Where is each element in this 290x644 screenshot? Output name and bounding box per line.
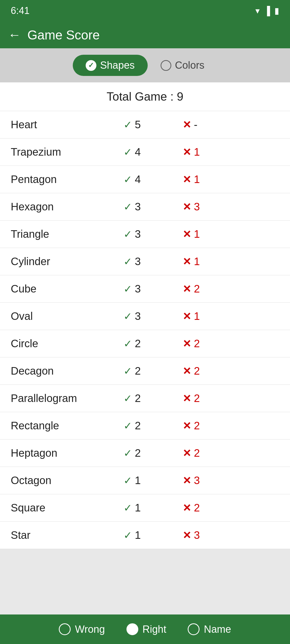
score-name: Heart <box>11 119 124 131</box>
cross-icon: ✕ <box>183 283 191 295</box>
score-wrong-count: ✕ 3 <box>183 474 279 486</box>
right-value: 1 <box>135 529 141 541</box>
score-name: Heptagon <box>11 447 124 459</box>
page-title: Game Score <box>27 28 100 42</box>
right-value: 2 <box>135 392 141 404</box>
bottom-legend-bar: Wrong Right Name <box>0 614 290 644</box>
wrong-value: 1 <box>194 173 200 185</box>
signal-icon: ▐ <box>264 6 270 16</box>
legend-name-icon <box>188 623 200 635</box>
score-name: Decagon <box>11 365 124 377</box>
table-row: Heart ✓ 5 ✕ - <box>0 111 290 138</box>
score-wrong-count: ✕ 1 <box>183 255 279 268</box>
right-value: 2 <box>135 365 141 377</box>
tab-shapes[interactable]: Shapes <box>73 55 148 76</box>
tab-colors[interactable]: Colors <box>148 55 218 76</box>
right-value: 1 <box>135 474 141 486</box>
score-name: Octagon <box>11 474 124 486</box>
table-row: Hexagon ✓ 3 ✕ 3 <box>0 193 290 221</box>
score-name: Star <box>11 529 124 541</box>
wrong-value: 2 <box>194 420 200 432</box>
score-right-count: ✓ 4 <box>124 146 183 158</box>
score-right-count: ✓ 4 <box>124 173 183 185</box>
content-area: Total Game : 9 Heart ✓ 5 ✕ - Trapezium ✓… <box>0 82 290 549</box>
legend-name-label: Name <box>204 624 231 635</box>
cross-icon: ✕ <box>183 201 191 213</box>
score-right-count: ✓ 3 <box>124 201 183 213</box>
table-row: Pentagon ✓ 4 ✕ 1 <box>0 166 290 193</box>
legend-wrong-label: Wrong <box>75 624 105 635</box>
score-right-count: ✓ 2 <box>124 365 183 377</box>
check-icon: ✓ <box>124 146 132 158</box>
table-row: Rectangle ✓ 2 ✕ 2 <box>0 412 290 440</box>
legend-wrong: Wrong <box>59 623 105 635</box>
score-name: Cube <box>11 283 124 295</box>
cross-icon: ✕ <box>183 447 191 459</box>
scores-list: Heart ✓ 5 ✕ - Trapezium ✓ 4 ✕ 1 Pentagon… <box>0 111 290 549</box>
tab-shapes-label: Shapes <box>100 60 135 71</box>
wrong-value: 2 <box>194 365 200 377</box>
legend-right: Right <box>126 623 166 635</box>
cross-icon: ✕ <box>183 393 191 404</box>
right-value: 2 <box>135 447 141 459</box>
score-right-count: ✓ 2 <box>124 392 183 404</box>
check-icon: ✓ <box>124 338 132 350</box>
score-name: Triangle <box>11 228 124 240</box>
score-right-count: ✓ 3 <box>124 228 183 240</box>
score-right-count: ✓ 1 <box>124 502 183 514</box>
wrong-value: 2 <box>194 392 200 404</box>
score-right-count: ✓ 2 <box>124 420 183 432</box>
cross-icon: ✕ <box>183 146 191 158</box>
check-icon: ✓ <box>124 475 132 486</box>
table-row: Trapezium ✓ 4 ✕ 1 <box>0 138 290 166</box>
score-wrong-count: ✕ 2 <box>183 420 279 432</box>
score-name: Cylinder <box>11 255 124 268</box>
table-row: Octagon ✓ 1 ✕ 3 <box>0 467 290 494</box>
legend-wrong-icon <box>59 623 71 635</box>
top-bar: ← Game Score <box>0 21 290 48</box>
wrong-value: 3 <box>194 474 200 486</box>
right-value: 2 <box>135 338 141 350</box>
tab-colors-label: Colors <box>175 60 205 71</box>
table-row: Star ✓ 1 ✕ 3 <box>0 522 290 549</box>
check-icon: ✓ <box>124 228 132 240</box>
score-right-count: ✓ 2 <box>124 447 183 459</box>
cross-icon: ✕ <box>183 310 191 322</box>
check-icon: ✓ <box>124 420 132 432</box>
right-value: 3 <box>135 201 141 213</box>
tab-shapes-radio <box>86 60 96 71</box>
score-name: Trapezium <box>11 146 124 158</box>
wrong-value: 1 <box>194 255 200 268</box>
cross-icon: ✕ <box>183 365 191 377</box>
right-value: 3 <box>135 283 141 295</box>
wifi-icon: ▾ <box>255 6 260 16</box>
back-button[interactable]: ← <box>8 28 21 41</box>
cross-icon: ✕ <box>183 420 191 432</box>
right-value: 4 <box>135 146 141 158</box>
score-right-count: ✓ 1 <box>124 474 183 486</box>
tab-bar: Shapes Colors <box>0 48 290 82</box>
score-name: Square <box>11 502 124 514</box>
table-row: Square ✓ 1 ✕ 2 <box>0 494 290 522</box>
total-game-label: Total Game : 9 <box>107 90 183 103</box>
wrong-value: 2 <box>194 283 200 295</box>
score-right-count: ✓ 3 <box>124 310 183 322</box>
score-name: Parallelogram <box>11 392 124 404</box>
score-right-count: ✓ 1 <box>124 529 183 541</box>
wrong-value: 3 <box>194 529 200 541</box>
score-right-count: ✓ 3 <box>124 255 183 268</box>
right-value: 5 <box>135 119 141 131</box>
right-value: 1 <box>135 502 141 514</box>
cross-icon: ✕ <box>183 174 191 185</box>
check-icon: ✓ <box>124 447 132 459</box>
status-bar: 6:41 ▾ ▐ ▮ <box>0 0 290 21</box>
score-name: Oval <box>11 310 124 322</box>
table-row: Decagon ✓ 2 ✕ 2 <box>0 357 290 385</box>
right-value: 3 <box>135 228 141 240</box>
score-name: Circle <box>11 338 124 350</box>
score-wrong-count: ✕ 2 <box>183 447 279 459</box>
score-wrong-count: ✕ 2 <box>183 338 279 350</box>
right-value: 4 <box>135 173 141 185</box>
cross-icon: ✕ <box>183 119 191 131</box>
cross-icon: ✕ <box>183 338 191 350</box>
